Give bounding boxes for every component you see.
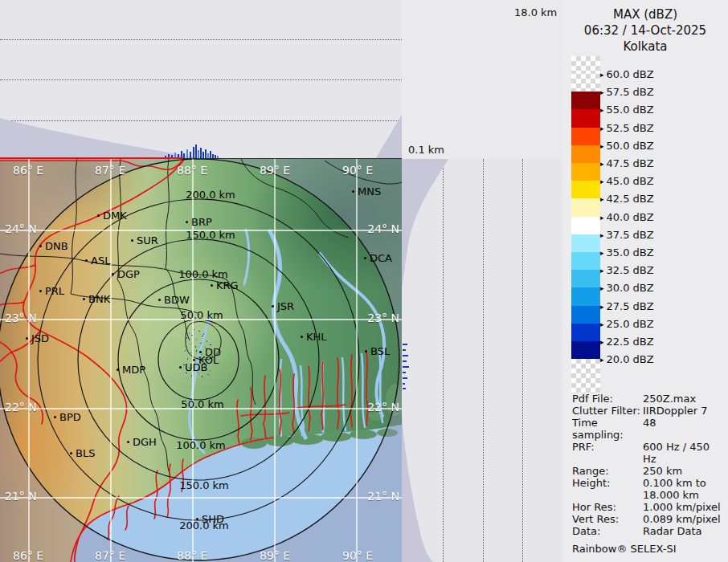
station-label-bnk: BNK <box>88 294 110 304</box>
dbz-value: 42.5 dBZ <box>607 193 654 205</box>
range-ring-label: 150.0 km <box>174 229 247 241</box>
station-label-krg: KRG <box>216 280 239 291</box>
tick-arrow-icon: ▸ <box>600 141 604 149</box>
station-label-sur: SUR <box>137 235 158 246</box>
dbz-value: 22.5 dBZ <box>607 336 654 348</box>
longitude-label: 86° E <box>13 164 43 177</box>
echo-pixel <box>190 352 192 353</box>
dbz-value: 32.5 dBZ <box>607 264 654 276</box>
metadata-value: 250 km <box>643 465 725 477</box>
dbz-value: 25.0 dBZ <box>607 317 654 329</box>
product-metadata: Pdf File:250Z.maxClutter Filter:IIRDoppl… <box>572 393 725 555</box>
legend-cell <box>571 181 600 198</box>
longitude-label: 90° E <box>342 164 373 177</box>
station-label-bdw: BDW <box>164 295 190 305</box>
legend-tick-label: ▸57.5 dBZ <box>600 86 654 98</box>
longitude-label: 87° E <box>95 549 125 562</box>
station-marker-dot <box>97 214 100 217</box>
tick-arrow-icon: ▸ <box>600 177 604 185</box>
echo-pixel <box>183 364 185 365</box>
tick-arrow-icon: ▸ <box>600 320 604 328</box>
echo-row <box>403 383 405 385</box>
range-ring-label: 50.0 km <box>166 309 238 321</box>
legend-cell <box>571 217 600 234</box>
longitude-label: 89° E <box>260 164 290 177</box>
station-code: DMK <box>103 210 127 222</box>
station-label-mdp: MDP <box>122 364 145 375</box>
metadata-value: Radar Data <box>643 525 725 537</box>
metadata-value: 0.100 km to 18.000 km <box>643 477 725 501</box>
echo-pixel <box>189 367 190 369</box>
echo-pixel <box>205 347 206 348</box>
echo-pixel <box>194 364 196 365</box>
station-label-prl: PRL <box>45 286 64 296</box>
station-label-dmk: DMK <box>103 210 127 221</box>
legend-cell <box>571 74 600 92</box>
echo-pixel <box>190 344 191 344</box>
echo-pixel <box>198 357 198 359</box>
echo-pixel <box>194 329 195 330</box>
tick-arrow-icon: ▸ <box>600 338 604 346</box>
echo-pixel <box>187 358 188 360</box>
station-marker-dot <box>112 273 114 275</box>
station-marker-dot <box>364 257 366 259</box>
legend-title: MAX (dBZ) 06:32 / 14-Oct-2025 Kolkata <box>562 6 728 55</box>
echo-column <box>198 150 199 158</box>
tick-arrow-icon: ▸ <box>600 124 604 132</box>
echo-pixel <box>200 343 202 344</box>
legend-cell <box>571 287 600 305</box>
echo-column <box>195 145 197 158</box>
tick-arrow-icon: ▸ <box>600 160 604 168</box>
legend-cell <box>571 324 600 341</box>
echo-row <box>403 355 408 356</box>
station-label-bls: BLS <box>76 448 95 458</box>
echo-pixel <box>189 332 190 334</box>
station-label-dnb: DNB <box>45 241 68 251</box>
radar-application-window: { "header": { "product": "MAX (dBZ)", "d… <box>0 0 728 562</box>
echo-column <box>205 149 207 158</box>
station-code: JSD <box>31 332 49 344</box>
echo-pixel <box>208 360 209 361</box>
station-marker-dot <box>211 284 213 287</box>
tick-arrow-icon: ▸ <box>600 302 604 310</box>
legend-cell <box>571 145 600 163</box>
station-label-asl: ASL <box>91 255 110 266</box>
echo-column <box>210 151 211 158</box>
echo-pixel <box>198 331 200 332</box>
echo-column <box>193 147 194 158</box>
latitude-label: 24° N <box>351 222 399 235</box>
echo-pixel <box>196 350 197 352</box>
rivers <box>190 230 384 453</box>
legend-cell <box>571 92 600 109</box>
metadata-label: Vert Res: <box>572 513 643 525</box>
echo-pixel <box>186 337 187 339</box>
echo-row <box>403 360 407 362</box>
legend-tick-label: ▸27.5 dBZ <box>600 299 654 312</box>
station-marker-dot <box>127 441 129 443</box>
radar-station-name: Kolkata <box>562 39 728 55</box>
right-height-profile-panel <box>402 159 562 562</box>
station-code: BNK <box>88 293 110 305</box>
legend-cell <box>571 252 600 270</box>
dbz-value: 52.5 dBZ <box>607 121 654 133</box>
station-code: DCA <box>370 252 392 264</box>
station-code: BDW <box>164 294 190 306</box>
right-panel-gridline <box>483 159 484 562</box>
dbz-value: 47.5 dBZ <box>607 157 654 169</box>
latitude-label: 23° N <box>351 312 399 324</box>
right-panel-gridline <box>522 159 523 562</box>
echo-row <box>403 366 409 368</box>
top-panel-gridline <box>0 39 402 40</box>
dbz-value: 20.0 dBZ <box>607 353 654 365</box>
echo-pixel <box>201 354 202 355</box>
station-code: DGP <box>117 268 140 280</box>
station-marker-dot <box>39 245 42 247</box>
station-label-dgp: DGP <box>117 269 140 279</box>
station-code: DNB <box>45 240 68 252</box>
metadata-value: 1.000 km/pixel <box>643 501 725 513</box>
station-label-brp: BRP <box>191 217 212 227</box>
range-ring-label: 200.0 km <box>168 519 240 531</box>
range-ring-label: 150.0 km <box>168 479 240 491</box>
metadata-label: Data: <box>572 525 643 537</box>
station-code: DGH <box>133 436 157 448</box>
